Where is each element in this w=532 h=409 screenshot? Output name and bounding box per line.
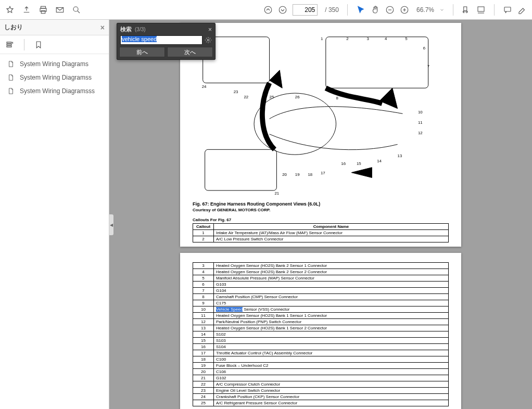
page-up-icon[interactable] [263,5,273,15]
table-row: 24Crankshaft Position (CKP) Sensor Conne… [193,394,449,400]
top-toolbar: / 350 66.7% [0,0,532,20]
table-row: 5Manifold Absolute Pressure (MAP) Sensor… [193,275,449,282]
component-name: Vehicle Speed Sensor (VSS) Connector [214,306,449,313]
svg-marker-21 [379,88,397,108]
zoom-in-icon[interactable] [400,5,409,15]
bookmark-icon[interactable] [5,5,15,15]
callout-number: 11 [193,313,214,319]
close-icon[interactable]: × [100,23,105,32]
bookmark-ribbon-icon[interactable] [34,40,43,49]
email-icon[interactable] [55,5,65,15]
sidebar-item-label: System Wiring Diagramss [20,74,92,81]
table-header-component: Component Name [214,223,449,229]
table-row: 22A/C Compressor Clutch Connector [193,381,449,388]
table-row: 6G103 [193,282,449,288]
svg-point-19 [254,93,336,155]
svg-text:25: 25 [270,95,274,99]
table-row: 15S103 [193,338,449,344]
svg-text:16: 16 [341,161,346,166]
comment-icon[interactable] [503,5,512,15]
svg-text:2: 2 [346,36,348,41]
sidebar-item[interactable]: System Wiring Diagrams [0,57,109,71]
table-row: 14S102 [193,331,449,338]
page-down-icon[interactable] [278,5,287,15]
svg-text:9: 9 [367,99,369,104]
figure-title: Fig. 67: Engine Harness Routing Componen… [193,201,449,207]
svg-marker-22 [351,168,372,178]
callout-number: 17 [193,350,214,356]
upload-icon[interactable] [22,5,31,15]
svg-rect-11 [504,7,511,11]
find-count: (3/3) [135,27,146,32]
sidebar-tools [0,35,109,54]
find-next-button[interactable]: 次へ [167,47,213,57]
fit-page-icon[interactable] [476,5,486,15]
svg-text:18: 18 [308,172,312,177]
find-input[interactable]: vehicle speed [120,35,202,45]
svg-text:26: 26 [295,95,300,99]
pdf-page: 2423 1234567 22252689 101112 13141516 17… [180,23,461,247]
sidebar-item[interactable]: System Wiring Diagramsss [0,84,109,98]
table-row: 1Intake Air Temperature (IAT)/Mass Air F… [193,229,449,236]
callout-table-header: Callout Component Name 1Intake Air Tempe… [193,223,449,242]
callout-number: 12 [193,319,214,325]
table-row: 17Throttle Actuator Control (TAC) Assemb… [193,350,449,356]
svg-text:20: 20 [282,172,287,177]
table-row: 11Heated Oxygen Sensor (HO2S) Bank 1 Sen… [193,313,449,319]
sidebar-item[interactable]: System Wiring Diagramss [0,71,109,84]
svg-rect-18 [205,149,277,190]
svg-text:23: 23 [234,90,238,94]
search-icon[interactable] [72,5,81,15]
gear-icon[interactable] [205,36,212,44]
print-icon[interactable] [39,5,48,15]
cursor-icon[interactable] [356,5,365,15]
svg-text:5: 5 [405,36,408,41]
callout-number: 9 [193,300,214,306]
component-name: Manifold Absolute Pressure (MAP) Sensor … [214,275,449,282]
table-row: 12Park/Neutral Position (PNP) Switch Con… [193,319,449,325]
callout-number: 5 [193,275,214,282]
svg-text:17: 17 [321,171,325,175]
callout-number: 15 [193,338,214,344]
callout-number: 2 [193,236,214,242]
svg-point-5 [265,6,272,14]
component-name: S102 [214,331,449,338]
table-row: 4Heated Oxygen Sensor (HO2S) Bank 2 Sens… [193,269,449,275]
component-name: Crankshaft Position (CKP) Sensor Connect… [214,394,449,400]
svg-text:12: 12 [418,131,423,135]
collapse-sidebar-handle[interactable]: ◀ [109,214,113,235]
svg-text:7: 7 [427,64,429,69]
svg-point-15 [207,39,209,41]
svg-text:14: 14 [377,159,382,163]
zoom-out-icon[interactable] [385,5,395,15]
find-prev-button[interactable]: 前へ [119,47,165,57]
svg-text:13: 13 [398,154,402,158]
document-viewport[interactable]: ◀ 検索 (3/3) × vehicle speed 前へ 次へ [109,20,532,409]
callout-number: 19 [193,363,214,369]
callout-number: 23 [193,388,214,394]
close-icon[interactable]: × [208,26,212,33]
highlight-icon[interactable] [517,5,527,15]
callout-number: 14 [193,331,214,338]
component-name: Intake Air Temperature (IAT)/Mass Air Fl… [214,229,449,236]
component-name: G102 [214,375,449,381]
table-row: 20C106 [193,369,449,375]
page-number-input[interactable] [293,4,318,16]
svg-point-6 [280,6,287,14]
component-name: Heated Oxygen Sensor (HO2S) Bank 1 Senso… [214,313,449,319]
svg-text:19: 19 [295,172,300,177]
fit-width-icon[interactable] [462,5,471,15]
callout-number: 25 [193,400,214,406]
callout-number: 10 [193,306,214,313]
engine-diagram: 2423 1234567 22252689 101112 13141516 17… [193,31,449,196]
chevron-down-icon[interactable] [439,5,445,15]
search-highlight: Vehicle Speed [216,307,243,312]
svg-rect-17 [326,37,428,88]
svg-text:24: 24 [202,84,207,89]
callouts-title: Callouts For Fig. 67 [193,218,449,222]
component-name: A/C Low Pressure Switch Connector [214,236,449,242]
list-options-icon[interactable] [5,40,15,49]
svg-rect-13 [7,44,11,45]
component-name: Heated Oxygen Sensor (HO2S) Bank 1 Senso… [214,325,449,331]
hand-icon[interactable] [371,5,380,15]
